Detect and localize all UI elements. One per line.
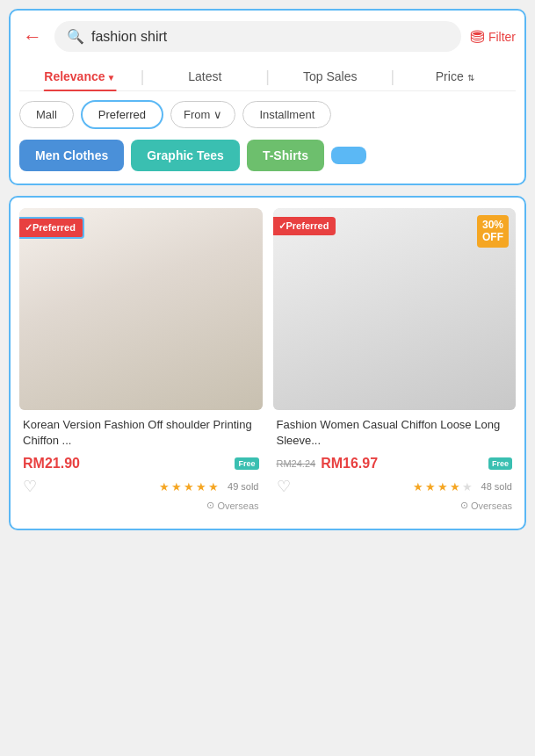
price-current-1: RM21.90 xyxy=(23,456,80,472)
discount-percent: 30% xyxy=(482,219,503,231)
product-info-2: Fashion Women Casual Chiffon Loose Long … xyxy=(273,410,517,515)
category-t-shirts[interactable]: T-Shirts xyxy=(247,140,324,171)
search-icon: 🔍 xyxy=(67,28,84,45)
star-2-1: ★ xyxy=(413,480,423,493)
price-original-2: RM24.24 xyxy=(277,458,316,469)
products-panel: ✓Preferred Korean Version Fashion Off sh… xyxy=(9,196,526,530)
search-panel: ← 🔍 fashion shirt ⛃ Filter Relevance▼ | … xyxy=(9,9,526,185)
wishlist-button-2[interactable]: ♡ xyxy=(277,477,291,496)
stars-1: ★ ★ ★ ★ ★ xyxy=(159,480,219,493)
wishlist-button-1[interactable]: ♡ xyxy=(23,477,37,496)
back-button[interactable]: ← xyxy=(19,25,46,48)
product-image-2: ✓Preferred 30% OFF xyxy=(273,208,517,410)
search-query: fashion shirt xyxy=(91,29,167,45)
star-2-4: ★ xyxy=(450,480,460,493)
chevron-down-icon: ∨ xyxy=(213,108,222,121)
discount-badge-2: 30% OFF xyxy=(477,215,509,248)
discount-off: OFF xyxy=(482,231,503,243)
sort-tabs-row: Relevance▼ | Latest | Top Sales | Price … xyxy=(19,62,516,91)
stars-2: ★ ★ ★ ★ ★ xyxy=(413,480,473,493)
chip-installment[interactable]: Installment xyxy=(242,101,331,128)
preferred-badge-1: ✓Preferred xyxy=(19,217,84,239)
product-title-1: Korean Version Fashion Off shoulder Prin… xyxy=(23,417,259,449)
tab-latest[interactable]: Latest xyxy=(144,62,265,90)
location-icon-2: ⊙ xyxy=(460,500,468,511)
chip-from[interactable]: From ∨ xyxy=(170,101,235,128)
search-row: ← 🔍 fashion shirt ⛃ Filter xyxy=(19,21,516,52)
category-more[interactable] xyxy=(331,147,366,164)
location-row-1: ⊙ Overseas xyxy=(23,500,259,511)
location-row-2: ⊙ Overseas xyxy=(277,500,513,511)
sold-count-2: 48 sold xyxy=(481,481,512,492)
star-2-5: ★ xyxy=(462,480,473,493)
preferred-badge-2: ✓Preferred xyxy=(273,217,336,235)
location-text-2: Overseas xyxy=(471,500,512,511)
chip-mall[interactable]: Mall xyxy=(19,101,74,128)
category-graphic-tees[interactable]: Graphic Tees xyxy=(131,140,240,171)
categories-row: Men Clothes Graphic Tees T-Shirts xyxy=(19,140,516,171)
free-shipping-2: Free xyxy=(488,457,512,470)
price-row-2: RM24.24 RM16.97 Free xyxy=(277,456,513,472)
price-row-1: RM21.90 Free xyxy=(23,456,259,472)
tab-top-sales[interactable]: Top Sales xyxy=(270,62,391,90)
price-current-2: RM16.97 xyxy=(321,456,378,472)
category-men-clothes[interactable]: Men Clothes xyxy=(19,140,124,171)
filter-label: Filter xyxy=(488,30,516,44)
search-box[interactable]: 🔍 fashion shirt xyxy=(54,21,461,52)
product-info-1: Korean Version Fashion Off shoulder Prin… xyxy=(19,410,263,515)
chip-preferred[interactable]: Preferred xyxy=(81,100,163,129)
product-card-1[interactable]: ✓Preferred Korean Version Fashion Off sh… xyxy=(19,208,263,515)
bottom-row-1: ♡ ★ ★ ★ ★ ★ 49 sold xyxy=(23,477,259,496)
star-2-2: ★ xyxy=(425,480,436,493)
star-1-1: ★ xyxy=(159,480,170,493)
free-shipping-1: Free xyxy=(235,457,258,470)
tab-price[interactable]: Price ⇅ xyxy=(394,62,516,90)
star-1-5: ★ xyxy=(208,480,219,493)
filter-icon: ⛃ xyxy=(470,26,485,47)
location-icon-1: ⊙ xyxy=(206,500,214,511)
star-2-3: ★ xyxy=(437,480,448,493)
product-title-2: Fashion Women Casual Chiffon Loose Long … xyxy=(277,417,513,449)
filter-chips-row: Mall Preferred From ∨ Installment xyxy=(19,100,516,129)
star-1-4: ★ xyxy=(196,480,206,493)
products-grid: ✓Preferred Korean Version Fashion Off sh… xyxy=(19,208,516,515)
tab-relevance[interactable]: Relevance▼ xyxy=(19,62,141,90)
star-1-3: ★ xyxy=(184,480,194,493)
filter-button[interactable]: ⛃ Filter xyxy=(470,26,516,47)
bottom-row-2: ♡ ★ ★ ★ ★ ★ 48 sold xyxy=(277,477,513,496)
product-card-2[interactable]: ✓Preferred 30% OFF Fashion Women Casual … xyxy=(273,208,517,515)
product-image-1: ✓Preferred xyxy=(19,208,263,410)
location-text-1: Overseas xyxy=(217,500,258,511)
sold-count-1: 49 sold xyxy=(228,481,258,492)
star-1-2: ★ xyxy=(171,480,182,493)
